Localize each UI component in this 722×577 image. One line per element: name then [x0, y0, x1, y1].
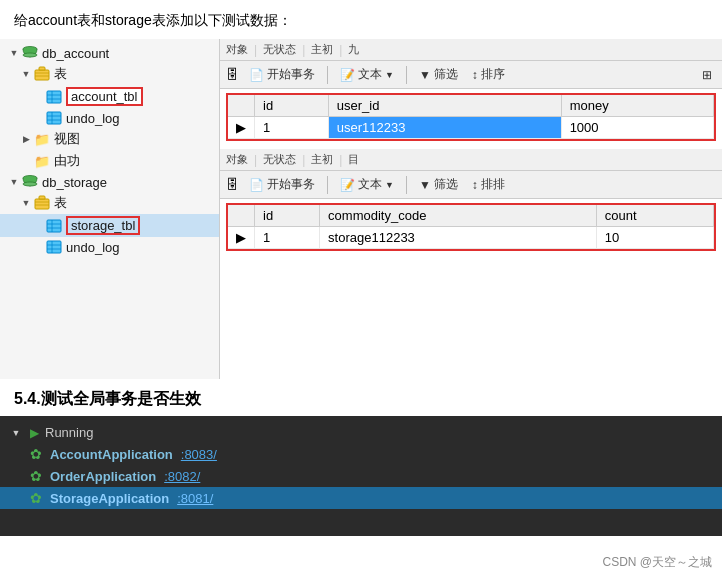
other-icon-acc: 📁: [34, 153, 50, 169]
expand-views-acc: ▶: [20, 133, 32, 145]
filter-icon-stor: ▼: [419, 178, 431, 192]
text-icon-acc: 📝: [340, 68, 355, 82]
col-header-money: money: [561, 95, 713, 117]
start-transaction-label-acc: 开始事务: [267, 66, 315, 83]
row-indicator-header-acc: [228, 95, 255, 117]
expand-arrow-storage: ▼: [8, 176, 20, 188]
tree-tables-account[interactable]: ▼ 表: [0, 63, 219, 85]
tree-undo-log-acc[interactable]: ▶ undo_log: [0, 108, 219, 128]
running-label: Running: [45, 425, 93, 440]
views-label-acc: 视图: [54, 130, 80, 148]
db-storage-label: db_storage: [42, 175, 107, 190]
expand-arrow-tables-acc: ▼: [20, 68, 32, 80]
db-storage-icon: [22, 174, 38, 190]
db-account-label: db_account: [42, 46, 109, 61]
svg-rect-18: [47, 241, 61, 253]
cell-commodity-stor-1: storage112233: [320, 227, 597, 249]
main-area: ▼ db_account ▼: [0, 39, 722, 379]
account-toolbar: 🗄 📄 开始事务 📝 文本 ▼ ▼ 筛选 ↕ 排序: [220, 61, 722, 89]
row-indicator-acc-1: ▶: [228, 117, 255, 139]
col-header-count: count: [596, 205, 713, 227]
cell-userid-acc-1: user112233: [328, 117, 561, 139]
cell-id-acc-1: 1: [255, 117, 329, 139]
views-icon-acc: 📁: [34, 131, 50, 147]
watermark: CSDN @天空～之城: [602, 554, 712, 571]
text-label-stor: 文本: [358, 176, 382, 193]
account-table: id user_id money ▶ 1 user112233 1000: [228, 95, 714, 139]
sort-btn-acc[interactable]: ↕ 排序: [468, 64, 509, 85]
sep2-acc: [406, 66, 407, 84]
running-panel: ▼ ▶ Running ✿ AccountApplication :8083/ …: [0, 416, 722, 536]
account-table-container: id user_id money ▶ 1 user112233 1000: [226, 93, 716, 141]
page-container: 给account表和storage表添加以下测试数据： ▼ db_account: [0, 0, 722, 577]
svg-rect-7: [47, 112, 61, 124]
start-transaction-icon-stor: 📄: [249, 178, 264, 192]
nav-nostate: 无状态: [263, 42, 296, 57]
col-header-commodity: commodity_code: [320, 205, 597, 227]
tree-undo-log-stor[interactable]: ▶ undo_log: [0, 237, 219, 257]
sep1-acc: [327, 66, 328, 84]
text-btn-acc[interactable]: 📝 文本 ▼: [336, 64, 398, 85]
db-account-icon: [22, 45, 38, 61]
tree-db-storage[interactable]: ▼ db_storage: [0, 172, 219, 192]
text-label-acc: 文本: [358, 66, 382, 83]
nav-extra: 九: [348, 42, 359, 57]
text-dropdown-acc: ▼: [385, 70, 394, 80]
start-transaction-btn-stor[interactable]: 📄 开始事务: [245, 174, 319, 195]
stor-nav-nostate: 无状态: [263, 152, 296, 167]
tree-panel: ▼ db_account ▼: [0, 39, 220, 379]
text-btn-stor[interactable]: 📝 文本 ▼: [336, 174, 398, 195]
tables-label-stor: 表: [54, 194, 67, 212]
other-label-acc: 由功: [54, 152, 80, 170]
sort-btn-stor[interactable]: ↕ 排排: [468, 174, 509, 195]
app-row-order[interactable]: ✿ OrderApplication :8082/: [0, 465, 722, 487]
tree-account-tbl[interactable]: ▶ account_tbl: [0, 85, 219, 108]
undo-log-acc-icon: [46, 110, 62, 126]
run-arrow-icon: ▶: [30, 426, 39, 440]
sort-icon-stor: ↕: [472, 178, 478, 192]
undo-log-acc-label: undo_log: [66, 111, 120, 126]
tree-db-account[interactable]: ▼ db_account: [0, 43, 219, 63]
nav-bar-partial: 对象 | 无状态 | 主初 | 九: [220, 39, 722, 61]
stor-nav-obj: 对象: [226, 152, 248, 167]
svg-point-12: [23, 182, 37, 186]
app-port-order[interactable]: :8082/: [164, 469, 200, 484]
tree-storage-tbl[interactable]: ▶ storage_tbl: [0, 214, 219, 237]
app-port-account[interactable]: :8083/: [181, 447, 217, 462]
app-row-storage[interactable]: ✿ StorageApplication :8081/: [0, 487, 722, 509]
nav-objects: 对象: [226, 42, 248, 57]
storage-tbl-icon: [46, 218, 62, 234]
stor-nav-primary: 主初: [311, 152, 333, 167]
start-transaction-btn-acc[interactable]: 📄 开始事务: [245, 64, 319, 85]
sort-label-acc: 排序: [481, 66, 505, 83]
filter-btn-stor[interactable]: ▼ 筛选: [415, 174, 462, 195]
tree-tables-storage[interactable]: ▼ 表: [0, 192, 219, 214]
storage-table: id commodity_code count ▶ 1 storage11223…: [228, 205, 714, 249]
tree-views-acc[interactable]: ▶ 📁 视图: [0, 128, 219, 150]
undo-log-stor-icon: [46, 239, 62, 255]
sort-label-stor: 排排: [481, 176, 505, 193]
expand-arrow-account: ▼: [8, 47, 20, 59]
tables-folder-icon-acc: [34, 66, 50, 82]
app-name-storage: StorageApplication: [50, 491, 169, 506]
expand-tables-stor: ▼: [20, 197, 32, 209]
nav-sep2: |: [302, 43, 305, 57]
start-transaction-icon-acc: 📄: [249, 68, 264, 82]
svg-rect-13: [35, 199, 49, 209]
filter-btn-acc[interactable]: ▼ 筛选: [415, 64, 462, 85]
nav-sep1: |: [254, 43, 257, 57]
storage-table-container: id commodity_code count ▶ 1 storage11223…: [226, 203, 716, 251]
storage-nav-bar: 对象 | 无状态 | 主初 | 目: [220, 149, 722, 171]
table-row[interactable]: ▶ 1 storage112233 10: [228, 227, 714, 249]
cell-money-acc-1: 1000: [561, 117, 713, 139]
tree-other-acc[interactable]: ▶ 📁 由功: [0, 150, 219, 172]
tables-icon-stor: [34, 195, 50, 211]
extra-btn-acc[interactable]: ⊞: [698, 66, 716, 84]
app-port-storage[interactable]: :8081/: [177, 491, 213, 506]
cell-id-stor-1: 1: [255, 227, 320, 249]
table-row[interactable]: ▶ 1 user112233 1000: [228, 117, 714, 139]
app-row-account[interactable]: ✿ AccountApplication :8083/: [0, 443, 722, 465]
svg-point-1: [23, 53, 37, 57]
running-expand-arrow: ▼: [10, 427, 22, 439]
stor-nav-extra: 目: [348, 152, 359, 167]
